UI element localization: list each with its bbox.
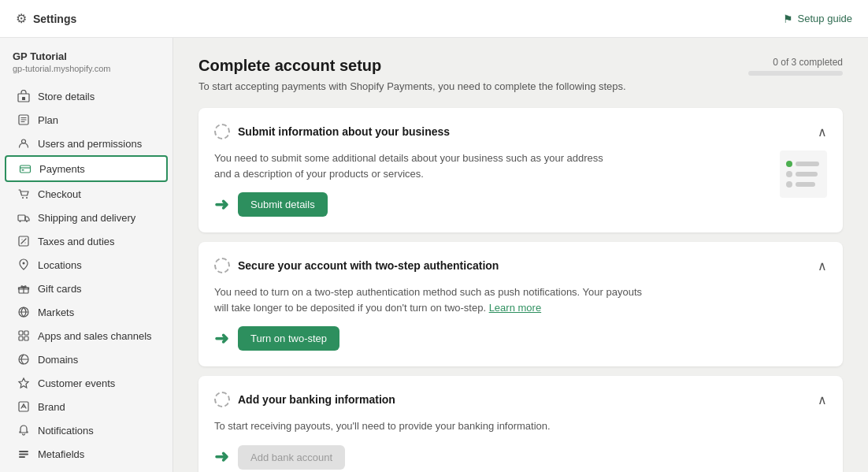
setup-guide-button[interactable]: ⚑ Setup guide (783, 13, 852, 25)
sidebar-item-plan[interactable]: Plan (5, 108, 168, 132)
sidebar-label: Taxes and duties (38, 236, 115, 247)
step-card-banking: Add your banking information ∧ To start … (198, 376, 843, 472)
step-spinner (214, 258, 230, 273)
sidebar-item-users[interactable]: Users and permissions (5, 132, 168, 155)
two-step-description-text: You need to turn on a two-step authentic… (214, 286, 642, 314)
step-title-row: Add your banking information (214, 392, 395, 407)
step-content-col: To start receiving payouts, you'll need … (214, 418, 827, 470)
sidebar-item-notifications[interactable]: Notifications (5, 418, 168, 442)
turn-on-two-step-button[interactable]: Turn on two-step (238, 326, 339, 351)
arrow-button-row: ➜ Submit details (214, 192, 780, 217)
progress-bar (748, 71, 843, 76)
top-bar-title: Settings (33, 13, 76, 25)
step-illustration (780, 151, 827, 198)
sidebar-label: Plan (38, 114, 58, 126)
step-body: You need to submit some additional detai… (214, 151, 827, 217)
sidebar-store-name: GP Tutorial (0, 50, 172, 64)
sidebar-label: Customer events (38, 377, 115, 389)
sidebar-item-gift-cards[interactable]: Gift cards (5, 277, 168, 300)
users-icon (17, 137, 30, 150)
sidebar-item-markets[interactable]: Markets (5, 300, 168, 324)
svg-rect-18 (24, 336, 28, 340)
progress-text: 0 of 3 completed (773, 57, 843, 68)
step-title: Secure your account with two-step authen… (238, 259, 499, 272)
sidebar-store-url: gp-tutorial.myshopify.com (0, 64, 172, 84)
chevron-up-icon[interactable]: ∧ (818, 392, 827, 407)
svg-rect-23 (19, 454, 28, 455)
step-content-col: You need to submit some additional detai… (214, 151, 780, 217)
sidebar-label: Markets (38, 307, 74, 318)
domains-icon (17, 353, 30, 366)
setup-guide-label: Setup guide (798, 13, 852, 24)
gift-icon (17, 282, 30, 295)
customer-events-icon (17, 377, 30, 389)
svg-rect-1 (22, 97, 25, 100)
sidebar-item-files[interactable]: Files (5, 466, 168, 472)
sidebar-label: Apps and sales channels (38, 330, 152, 342)
chevron-up-icon[interactable]: ∧ (818, 125, 827, 139)
arrow-icon: ➜ (214, 195, 228, 215)
chevron-up-icon[interactable]: ∧ (818, 258, 827, 273)
step-header: Secure your account with two-step authen… (214, 258, 827, 273)
sidebar-label: Payments (39, 163, 85, 175)
brand-icon (17, 400, 30, 413)
svg-rect-5 (22, 169, 24, 171)
flag-icon: ⚑ (783, 13, 793, 25)
step-title: Submit information about your business (238, 125, 450, 138)
learn-more-link[interactable]: Learn more (489, 302, 541, 314)
step-card-two-step: Secure your account with two-step authen… (198, 242, 843, 366)
step-title-row: Submit information about your business (214, 124, 450, 139)
sidebar-item-apps[interactable]: Apps and sales channels (5, 324, 168, 347)
step-description: To start receiving payouts, you'll need … (214, 418, 644, 434)
payments-icon (19, 162, 32, 175)
step-title: Add your banking information (238, 393, 395, 406)
svg-rect-22 (19, 451, 28, 452)
top-bar: ⚙ Settings ⚑ Setup guide (0, 0, 868, 38)
submit-details-button[interactable]: Submit details (238, 192, 328, 217)
arrow-button-row: ➜ Add bank account (214, 445, 827, 470)
svg-marker-20 (19, 378, 28, 388)
sidebar-item-checkout[interactable]: Checkout (5, 182, 168, 206)
sidebar-label: Notifications (38, 425, 94, 437)
sidebar-label: Gift cards (38, 283, 82, 295)
svg-rect-24 (19, 456, 25, 458)
sidebar-label: Brand (38, 401, 65, 413)
metafields-icon (17, 448, 30, 460)
checkout-icon (17, 188, 30, 200)
sidebar-item-customer-events[interactable]: Customer events (5, 371, 168, 395)
sidebar-item-locations[interactable]: Locations (5, 253, 168, 277)
svg-point-10 (26, 221, 28, 222)
sidebar-label: Domains (38, 354, 78, 366)
sidebar-item-store-details[interactable]: Store details (5, 84, 168, 108)
top-bar-left: ⚙ Settings (16, 11, 76, 26)
svg-rect-16 (24, 331, 28, 335)
step-spinner (214, 124, 230, 139)
content-header: Complete account setup 0 of 3 completed (198, 57, 843, 76)
svg-point-6 (22, 197, 24, 199)
sidebar-item-taxes[interactable]: Taxes and duties (5, 229, 168, 253)
svg-rect-17 (19, 336, 23, 340)
sidebar-item-brand[interactable]: Brand (5, 395, 168, 418)
step-spinner (214, 392, 230, 407)
svg-rect-8 (18, 215, 25, 221)
step-description: You need to submit some additional detai… (214, 151, 610, 181)
apps-icon (17, 329, 30, 342)
sidebar-item-metafields[interactable]: Metafields (5, 442, 168, 466)
sidebar: GP Tutorial gp-tutorial.myshopify.com St… (0, 38, 173, 472)
notifications-icon (17, 424, 30, 437)
arrow-icon: ➜ (214, 329, 228, 349)
content-area: Complete account setup 0 of 3 completed … (173, 38, 868, 472)
main-content: GP Tutorial gp-tutorial.myshopify.com St… (0, 38, 868, 472)
sidebar-item-shipping[interactable]: Shipping and delivery (5, 206, 168, 229)
arrow-icon: ➜ (214, 447, 228, 467)
location-icon (17, 258, 30, 271)
page-title: Complete account setup (198, 57, 381, 75)
svg-point-9 (20, 221, 21, 222)
step-header: Submit information about your business ∧ (214, 124, 827, 139)
svg-rect-4 (20, 165, 31, 173)
sidebar-item-domains[interactable]: Domains (5, 347, 168, 371)
step-card-submit-info: Submit information about your business ∧… (198, 108, 843, 232)
svg-point-7 (26, 197, 28, 199)
taxes-icon (17, 235, 30, 247)
sidebar-item-payments[interactable]: Payments (5, 155, 168, 182)
